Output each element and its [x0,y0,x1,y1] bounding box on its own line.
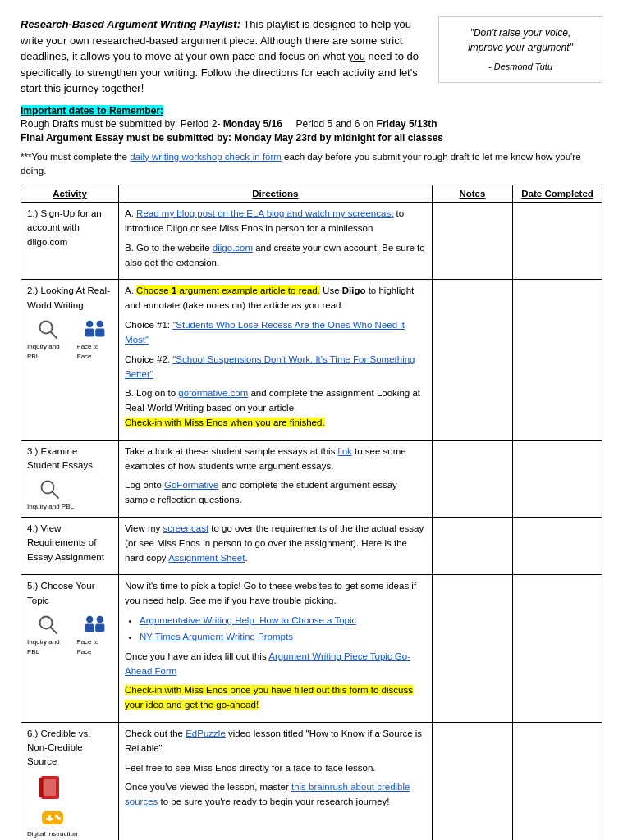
brainrush-link[interactable]: this brainrush about credible sources [125,782,410,806]
activity-icons-3: Inquiry and PBL [27,477,112,512]
svg-line-9 [51,627,57,633]
date-cell-1 [513,203,602,280]
goformative-link-2[interactable]: goformative.com [178,388,248,398]
header-section: Research-Based Argument Writing Playlist… [21,16,602,97]
icon-label-inquiry: Inquiry and PBL [27,342,71,362]
header-notes: Notes [432,185,512,203]
notes-cell-5 [432,575,512,723]
checkin-link[interactable]: daily writing workshop check-in form [130,152,282,162]
checkin-note: ***You must complete the daily writing w… [21,150,602,179]
svg-point-20 [55,815,58,818]
notes-cell-4 [432,518,512,575]
assignment-sheet-link[interactable]: Assignment Sheet [168,553,245,563]
svg-point-4 [97,321,103,327]
svg-rect-16 [39,778,43,797]
final-date-line: Final Argument Essay must be submitted b… [21,132,602,144]
directions-cell-5: Now it's time to pick a topic! Go to the… [119,575,433,723]
directions-cell-3: Take a look at these student sample essa… [119,440,433,517]
directions-cell-2: A. Choose 1 argument example article to … [119,280,433,440]
blog-post-link[interactable]: Read my blog post on the ELA blog and wa… [136,208,393,218]
choice2-link[interactable]: "School Suspensions Don't Work. It's Tim… [125,354,415,379]
activity-cell-2: 2.) Looking At Real-World Writing Inquir… [21,280,119,440]
icon-label-digital: Digital Instruction [27,829,77,839]
activity-icons-6: Digital Instruction [27,774,112,839]
choice1-link[interactable]: "Students Who Lose Recess Are the Ones W… [125,320,405,345]
header-date: Date Completed [513,185,602,203]
table-row: 4.) View Requirements of Essay Assignmen… [21,518,602,575]
activity-icons-2: Inquiry and PBL Face to Face [27,317,112,362]
face-to-face-icon-group-5: Face to Face [77,613,112,657]
game-controller-icon [40,805,65,829]
rough-draft-line: Rough Drafts must be submitted by: Perio… [21,116,602,132]
edpuzzle-link[interactable]: EdPuzzle [186,728,226,738]
page-title: Research-Based Argument Writing Playlist… [21,16,426,97]
table-row: 5.) Choose Your Topic Inquiry and PBL [21,575,602,723]
svg-rect-13 [95,624,104,632]
quote-author: - Desmond Tutu [451,60,589,74]
date-cell-2 [513,280,602,440]
inquiry-icon-group-3: Inquiry and PBL [27,477,74,512]
activity-cell-5: 5.) Choose Your Topic Inquiry and PBL [21,575,119,723]
svg-rect-3 [85,329,94,337]
book-icon [38,774,66,803]
diigo-link[interactable]: diigo.com [213,243,253,253]
icon-label-inquiry-5: Inquiry and PBL [27,637,71,657]
student-essays-link[interactable]: link [338,446,352,456]
quote-text: "Don't raise your voice, improve your ar… [451,25,589,55]
header-text: Research-Based Argument Writing Playlist… [21,16,438,97]
screencast-link-4[interactable]: screencast [163,523,209,533]
table-row: 1.) Sign-Up for an account with diigo.co… [21,203,602,280]
people-icon-5 [80,613,109,637]
table-row: 3.) Examine Student Essays Inquiry and P… [21,440,602,517]
face-to-face-icon-group: Face to Face [77,317,112,362]
table-row: 6.) Credible vs. Non-Credible Source [21,722,602,840]
digital-icon-group: Digital Instruction [27,774,77,839]
table-row: 2.) Looking At Real-World Writing Inquir… [21,280,602,440]
goformative-link-3[interactable]: GoFormative [164,480,218,490]
nytimes-link[interactable]: NY Times Argument Writing Prompts [140,632,293,641]
people-icon [80,317,109,342]
header-directions: Directions [119,185,433,203]
inquiry-pbl-icon-group: Inquiry and PBL [27,317,71,362]
directions-cell-6: Check out the EdPuzzle video lesson titl… [119,722,433,840]
svg-line-1 [51,331,57,338]
date-cell-6 [513,722,602,840]
important-label: Important dates to Remember: [21,105,602,116]
date-cell-5 [513,575,602,723]
svg-rect-11 [85,624,94,632]
activity-cell-4: 4.) View Requirements of Essay Assignmen… [21,518,119,575]
important-dates: Important dates to Remember: Rough Draft… [21,105,602,144]
magnify-icon-5 [36,613,61,637]
date-cell-3 [513,440,602,517]
notes-cell-3 [432,440,512,517]
svg-line-7 [53,492,59,499]
header-activity: Activity [21,185,119,203]
icon-label-inquiry-3: Inquiry and PBL [27,502,74,512]
directions-cell-4: View my screencast to go over the requir… [119,518,433,575]
inquiry-icon-group-5: Inquiry and PBL [27,613,71,657]
magnify-icon-3 [38,477,62,502]
activity-table: Activity Directions Notes Date Completed… [21,185,602,840]
svg-rect-15 [44,779,56,796]
date-cell-4 [513,518,602,575]
activity-cell-3: 3.) Examine Student Essays Inquiry and P… [21,440,119,517]
activity-icons-5: Inquiry and PBL Face to Face [27,613,112,657]
important-dates-label: Important dates to Remember: [21,105,163,116]
activity-cell-6: 6.) Credible vs. Non-Credible Source [21,722,119,840]
svg-rect-19 [46,818,53,820]
icon-label-face: Face to Face [77,342,112,362]
svg-point-2 [86,321,93,327]
svg-point-10 [86,616,93,623]
go-ahead-form-link[interactable]: Argument Writing Piece Topic Go-Ahead Fo… [125,651,410,676]
magnify-icon [36,317,61,342]
notes-cell-1 [432,203,512,280]
title-bold: Research-Based Argument Writing Playlist… [21,18,240,30]
svg-rect-5 [95,329,104,337]
icon-label-face-5: Face to Face [77,637,112,657]
svg-point-12 [97,616,103,623]
svg-point-21 [57,817,61,820]
notes-cell-6 [432,722,512,840]
quote-box: "Don't raise your voice, improve your ar… [438,16,602,83]
arg-writing-help-link[interactable]: Argumentative Writing Help: How to Choos… [140,615,356,625]
notes-cell-2 [432,280,512,440]
